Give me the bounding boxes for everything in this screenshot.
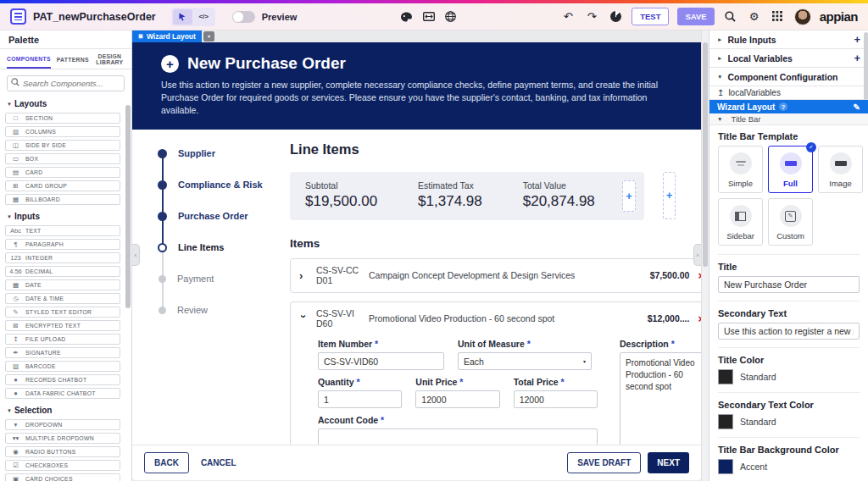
tab-menu-button[interactable]: ▾ [203,31,214,41]
palette-item-decimal[interactable]: 4.56DECIMAL [5,266,120,277]
template-simple[interactable]: Simple [718,146,763,193]
step-review[interactable]: Review [158,295,290,326]
step-line-items[interactable]: Line Items [158,232,290,263]
section-inputs[interactable]: ▼Inputs [0,207,125,223]
design-mode-button[interactable] [173,9,192,25]
section-selection[interactable]: ▼Selection [0,401,125,417]
triangle-down-icon: ▼ [7,102,12,107]
expand-chevron-icon[interactable]: › [299,269,308,282]
rule-inputs-section[interactable]: ► Rule Inputs + [709,30,868,49]
palette-scrollbar[interactable] [125,105,131,308]
quantity-input[interactable] [318,390,402,408]
palette-item-billboard[interactable]: ▦BILLBOARD [5,194,120,205]
secondary-text-input[interactable] [718,323,860,340]
palette-item-card[interactable]: ▤CARD [5,167,120,178]
template-image[interactable]: Image [818,146,863,193]
palette-item-paragraph[interactable]: ¶PARAGRAPH [5,239,120,250]
component-configuration-section[interactable]: ▼ Component Configuration [709,68,868,86]
palette-item-records-chatbot[interactable]: ●RECORDS CHATBOT [5,374,120,385]
palette-item-file-upload[interactable]: ↥FILE UPLOAD [5,334,120,345]
theme-palette-button[interactable] [399,9,415,25]
save-button[interactable]: SAVE [677,8,714,25]
palette-item-date-time[interactable]: ◷DATE & TIME [5,293,120,304]
tab-components[interactable]: COMPONENTS [7,53,51,69]
palette-item-dropdown[interactable]: ▾DROPDOWN [5,419,120,430]
title-bar-subsection[interactable]: ▼ Title Bar [709,113,868,125]
selected-component-bar[interactable]: Wizard Layout ? ✎ [709,100,868,113]
account-code-input[interactable] [318,428,598,445]
search-button[interactable] [723,9,738,25]
wizard-title-bar[interactable]: + New Purchase Order Use this action to … [132,42,701,130]
palette-item-side-by-side[interactable]: ◫SIDE BY SIDE [5,140,120,151]
test-button[interactable]: TEST [632,8,669,25]
template-sidebar[interactable]: Sidebar [718,198,763,246]
palette-item-integer[interactable]: 123INTEGER [5,252,120,263]
add-local-variable-icon[interactable]: + [854,53,860,64]
local-variables-section[interactable]: ► Local Variables + [709,49,868,68]
code-mode-button[interactable]: </> [194,9,214,25]
palette-item-date[interactable]: ▦DATE [5,279,120,290]
palette-item-card-group[interactable]: ⊞CARD GROUP [5,180,120,191]
canvas-scrollbar[interactable] [701,30,709,481]
edit-component-icon[interactable]: ✎ [854,102,860,112]
form-width-button[interactable] [421,9,437,25]
add-column-button[interactable]: + [663,172,676,219]
step-compliance-risk[interactable]: Compliance & Risk [158,169,290,201]
localization-button[interactable] [443,9,459,25]
unit-price-input[interactable] [415,390,499,408]
step-supplier[interactable]: Supplier [158,138,290,169]
wizard-layout-tab[interactable]: ≣ Wizard Layout [132,30,202,42]
preview-toggle[interactable] [232,11,255,23]
help-icon[interactable]: ? [779,102,787,111]
title-bar-background-color-swatch[interactable] [718,459,733,474]
step-purchase-order[interactable]: Purchase Order [158,201,290,232]
palette-item-radio-buttons[interactable]: ◉RADIO BUTTONS [5,446,120,457]
palette-item-box[interactable]: ▭BOX [5,153,120,164]
save-draft-button[interactable]: SAVE DRAFT [567,452,641,473]
cancel-button[interactable]: CANCEL [201,458,236,467]
dropdown-icon: ▾ [9,421,22,428]
config-scrollbar[interactable] [864,32,868,100]
palette-item-barcode[interactable]: ▥BARCODE [5,361,120,372]
palette-item-card-choices[interactable]: ▣CARD CHOICES [5,473,120,481]
breadcrumb-local-variables[interactable]: ↥ localVariables [709,86,868,100]
template-custom[interactable]: ✎ Custom [768,198,813,246]
palette-item-styled-text-editor[interactable]: ✎STYLED TEXT EDITOR [5,307,120,318]
palette-item-data-fabric-chatbot[interactable]: ●DATA FABRIC CHATBOT [5,388,120,399]
step-payment[interactable]: Payment [158,263,290,295]
palette-item-encrypted-text[interactable]: ⊠ENCRYPTED TEXT [5,320,120,331]
secondary-text-color-swatch[interactable] [718,414,733,429]
collapse-left-panel-handle[interactable]: ‹ [132,244,140,266]
redo-button[interactable]: ↷ [584,9,599,25]
collapse-right-panel-handle[interactable]: › [693,244,701,266]
back-button[interactable]: BACK [144,452,189,473]
user-avatar[interactable] [794,8,811,25]
tab-design-library[interactable]: DESIGN LIBRARY [95,53,125,69]
description-textarea[interactable]: Promotional Video Production - 60 second… [620,352,701,445]
next-button[interactable]: NEXT [648,452,689,473]
total-price-input[interactable] [514,390,598,408]
palette-item-multiple-dropdown[interactable]: ▾▾MULTIPLE DROPDOWN [5,433,120,444]
search-components-input[interactable] [7,75,125,91]
title-input[interactable] [718,276,860,293]
performance-button[interactable] [608,9,623,25]
palette-item-checkboxes[interactable]: ☑CHECKBOXES [5,460,120,471]
item-number-input[interactable] [318,352,444,370]
collapse-chevron-icon[interactable]: › [298,314,310,323]
title-color-swatch[interactable] [718,369,733,384]
palette-item-text[interactable]: AbcTEXT [5,225,120,236]
tab-patterns[interactable]: PATTERNS [57,53,89,69]
template-full[interactable]: ✓ Full [768,146,813,193]
undo-button[interactable]: ↶ [560,9,576,25]
app-grid-button[interactable] [771,9,786,25]
settings-button[interactable]: ⚙ [747,9,762,25]
add-rule-input-icon[interactable]: + [854,34,860,45]
palette-item-section[interactable]: □SECTION [5,113,120,124]
stamp-plus-icon: + [161,55,179,73]
palette-item-columns[interactable]: ▥COLUMNS [5,126,120,137]
side-by-side-icon: ◫ [9,141,22,149]
unit-of-measure-select[interactable]: Each ▾ [458,352,592,370]
add-component-button[interactable]: + [622,180,636,212]
section-layouts[interactable]: ▼Layouts [0,95,125,110]
palette-item-signature[interactable]: ✒SIGNATURE [5,347,120,358]
